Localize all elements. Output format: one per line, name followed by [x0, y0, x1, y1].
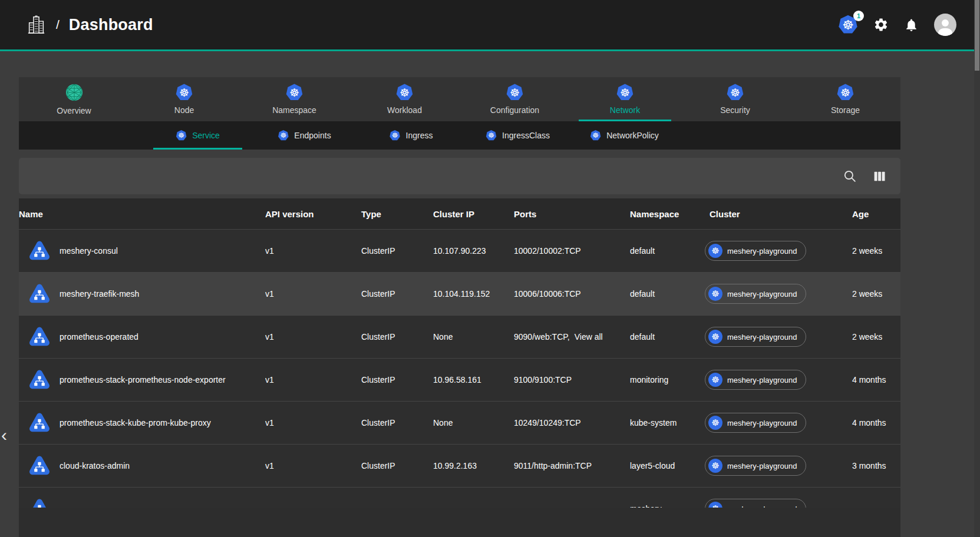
table-row[interactable]: prometheus-operatedv1ClusterIPNone9090/w… — [19, 315, 900, 358]
kubernetes-icon: ☸ — [708, 287, 722, 301]
age-value: 4 months — [845, 375, 900, 384]
cluster-ip: 10.96.58.161 — [433, 375, 514, 384]
cluster-chip[interactable]: ☸meshery-playground — [705, 284, 806, 304]
table-row[interactable]: prometheus-stack-prometheus-node-exporte… — [19, 358, 900, 401]
subtab-ingress[interactable]: ☸Ingress — [367, 121, 456, 150]
page-title: Dashboard — [69, 16, 153, 34]
cluster-chip[interactable]: ☸meshery-playground — [705, 327, 806, 347]
namespace-link[interactable]: monitoring — [630, 375, 668, 384]
namespace-cell: layer5-cloud — [630, 461, 705, 470]
cluster-chip[interactable]: ☸meshery-playground — [705, 413, 806, 433]
kubernetes-icon: ☸ — [506, 84, 524, 101]
column-header-cluster-ip[interactable]: Cluster IP — [433, 209, 514, 219]
filter-toolbar — [19, 158, 900, 194]
settings-button[interactable] — [873, 17, 889, 32]
tab-namespace[interactable]: ☸Namespace — [239, 77, 349, 121]
search-button[interactable] — [842, 168, 858, 184]
namespace-link[interactable]: layer5-cloud — [630, 461, 675, 470]
table-row[interactable]: meshery-consulv1ClusterIP10.107.90.22310… — [19, 229, 900, 272]
scrollbar-thumb[interactable] — [975, 0, 979, 71]
cluster-ip: 10.104.119.152 — [433, 289, 514, 299]
cluster-chip[interactable]: ☸meshery-playground — [705, 370, 806, 390]
sidebar-expand-button[interactable]: ‹ — [1, 426, 7, 444]
tab-workload[interactable]: ☸Workload — [349, 77, 460, 121]
cluster-cell: ☸meshery-playground — [705, 370, 845, 390]
tab-network[interactable]: ☸Network — [570, 77, 680, 121]
tab-storage[interactable]: ☸Storage — [790, 77, 900, 121]
tab-node[interactable]: ☸Node — [129, 77, 239, 121]
gear-icon — [873, 17, 889, 32]
view-all-link[interactable]: View all — [575, 332, 603, 342]
cluster-name: meshery-playground — [727, 247, 797, 256]
namespace-link[interactable]: default — [630, 289, 655, 299]
ports-cell: 9011/http-admin:TCP — [514, 461, 630, 470]
api-version: v1 — [265, 375, 361, 384]
kubernetes-icon: ☸ — [278, 130, 289, 141]
subtab-label: Ingress — [406, 131, 433, 140]
cluster-cell: ☸meshery-playground — [705, 327, 845, 347]
age-value: 4 months — [845, 418, 900, 427]
service-resource-icon — [28, 369, 51, 391]
tab-security[interactable]: ☸Security — [680, 77, 790, 121]
subtab-label: IngressClass — [502, 131, 550, 140]
age-value: 3 months — [845, 461, 900, 470]
kubernetes-icon: ☸ — [708, 330, 722, 344]
user-avatar[interactable] — [934, 14, 956, 36]
ports-cell: 9100/9100:TCP — [514, 375, 630, 384]
subtab-endpoints[interactable]: ☸Endpoints — [260, 121, 349, 150]
service-resource-icon — [28, 326, 51, 348]
kubernetes-icon: ☸ — [616, 84, 634, 101]
cluster-cell: ☸meshery-playground — [705, 284, 845, 304]
api-version: v1 — [265, 332, 361, 342]
tab-overview[interactable]: Overview — [19, 77, 129, 121]
subtab-networkpolicy[interactable]: ☸NetworkPolicy — [580, 121, 669, 150]
tab-label: Security — [720, 105, 750, 115]
table-bottom-mask — [19, 508, 900, 537]
api-version: v1 — [265, 246, 361, 256]
subtab-ingressclass[interactable]: ☸IngressClass — [473, 121, 562, 150]
subtab-label: Service — [192, 131, 220, 140]
tab-label: Storage — [831, 105, 860, 115]
namespace-cell: default — [630, 289, 705, 299]
cluster-ip: None — [433, 332, 514, 342]
search-icon — [843, 169, 857, 184]
service-type: ClusterIP — [361, 332, 433, 342]
table-row[interactable]: cloud-kratos-adminv1ClusterIP10.99.2.163… — [19, 444, 900, 487]
kubernetes-icon: ☸ — [286, 84, 303, 101]
resource-tabs: Overview☸Node☸Namespace☸Workload☸Configu… — [19, 77, 900, 121]
column-header-name[interactable]: Name — [19, 209, 265, 219]
kubernetes-icon: ☸ — [390, 130, 401, 141]
view-columns-icon — [872, 169, 887, 184]
service-name: prometheus-stack-kube-prom-kube-proxy — [60, 418, 211, 427]
namespace-link[interactable]: kube-system — [630, 418, 677, 427]
column-header-namespace[interactable]: Namespace — [630, 209, 705, 219]
view-columns-button[interactable] — [871, 168, 887, 184]
ports-cell: 10249/10249:TCP — [514, 418, 630, 427]
kubernetes-icon: ☸ — [396, 84, 414, 101]
service-type: ClusterIP — [361, 418, 433, 427]
column-header-age[interactable]: Age — [845, 209, 900, 219]
column-header-cluster[interactable]: Cluster — [705, 209, 845, 219]
column-header-type[interactable]: Type — [361, 209, 433, 219]
ports-value: 10006/10006:TCP — [514, 289, 581, 299]
kubernetes-icon: ☸ — [708, 459, 722, 473]
table-row[interactable]: prometheus-stack-kube-prom-kube-proxyv1C… — [19, 401, 900, 444]
column-header-ports[interactable]: Ports — [514, 209, 630, 219]
service-type: ClusterIP — [361, 289, 433, 299]
tab-configuration[interactable]: ☸Configuration — [460, 77, 570, 121]
building-logo-icon[interactable] — [27, 15, 45, 35]
cluster-chip[interactable]: ☸meshery-playground — [705, 241, 806, 261]
api-version: v1 — [265, 461, 361, 470]
kubernetes-icon: ☸ — [708, 244, 722, 258]
kubernetes-context-button[interactable]: ☸ 1 — [838, 15, 858, 35]
namespace-link[interactable]: default — [630, 332, 655, 342]
name-cell: prometheus-stack-kube-prom-kube-proxy — [19, 412, 265, 434]
namespace-link[interactable]: default — [630, 246, 655, 256]
table-row[interactable]: meshery-traefik-meshv1ClusterIP10.104.11… — [19, 272, 900, 315]
cluster-chip[interactable]: ☸meshery-playground — [705, 456, 806, 476]
tab-label: Node — [174, 105, 194, 115]
subtab-service[interactable]: ☸Service — [153, 121, 242, 150]
person-icon — [935, 16, 955, 36]
notifications-button[interactable] — [904, 18, 919, 32]
column-header-api-version[interactable]: API version — [265, 209, 361, 219]
